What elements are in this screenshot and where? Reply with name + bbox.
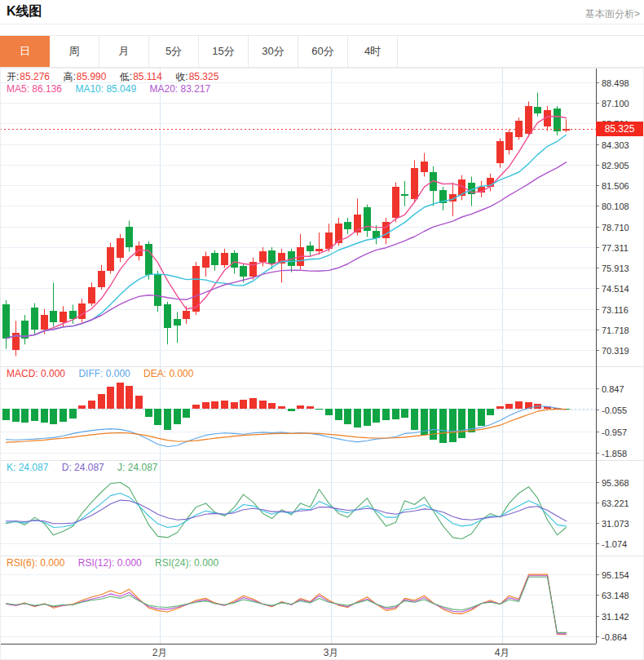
svg-text:73.116: 73.116 xyxy=(602,305,629,315)
svg-text:-1.858: -1.858 xyxy=(602,449,627,458)
open-label: 开: xyxy=(7,71,19,82)
macd-value: MACD: 0.000 xyxy=(7,368,65,379)
period-tab-6[interactable]: 30分 xyxy=(249,36,298,67)
svg-text:-0.957: -0.957 xyxy=(602,427,627,437)
ma20-value: MA20: 83.217 xyxy=(149,83,210,95)
d-value: D: 24.087 xyxy=(62,462,104,473)
period-tab-3[interactable]: 月 xyxy=(99,36,149,67)
ohlc-row: 开:85.276 高:85.990 低:85.114 收:85.325 xyxy=(7,70,229,84)
svg-text:31.142: 31.142 xyxy=(602,612,629,622)
svg-text:77.311: 77.311 xyxy=(602,243,629,253)
svg-text:84.303: 84.303 xyxy=(602,140,629,150)
ma10-value: MA10: 85.049 xyxy=(75,83,136,95)
svg-text:80.108: 80.108 xyxy=(602,202,629,211)
svg-text:3月: 3月 xyxy=(324,647,339,658)
macd-header-row: MACD: 0.000 DIFF: 0.000 DEA: 0.000 xyxy=(7,368,204,379)
svg-text:87.100: 87.100 xyxy=(602,99,629,109)
ma-row: MA5: 86.136 MA10: 85.049 MA20: 83.217 xyxy=(7,83,221,95)
svg-text:88.498: 88.498 xyxy=(602,78,629,88)
svg-text:31.073: 31.073 xyxy=(602,519,629,529)
kline-chart-canvas[interactable]: 88.49887.10085.70184.30382.90581.50680.1… xyxy=(0,68,644,660)
rsi-header-row: RSI(6): 0.000 RSI(12): 0.000 RSI(24): 0.… xyxy=(7,557,229,569)
svg-text:-0.864: -0.864 xyxy=(602,632,627,642)
svg-text:4月: 4月 xyxy=(495,647,510,658)
k-value: K: 24.087 xyxy=(7,462,48,473)
page-title: K线图 xyxy=(7,3,42,20)
period-tabs: 日周月5分15分30分60分4时 xyxy=(0,35,644,68)
svg-text:2月: 2月 xyxy=(152,647,168,658)
high-label: 高: xyxy=(63,71,75,82)
rsi6-value: RSI(6): 0.000 xyxy=(7,557,64,569)
period-tab-7[interactable]: 60分 xyxy=(298,36,348,67)
j-value: J: 24.087 xyxy=(117,462,157,473)
close-value: 85.325 xyxy=(189,71,219,82)
svg-text:75.913: 75.913 xyxy=(602,264,629,273)
svg-text:78.710: 78.710 xyxy=(602,223,629,233)
kline-chart: 88.49887.10085.70184.30382.90581.50680.1… xyxy=(0,68,644,660)
period-tab-2[interactable]: 周 xyxy=(50,36,99,67)
high-value: 85.990 xyxy=(77,71,107,82)
svg-text:70.319: 70.319 xyxy=(602,346,629,356)
svg-text:74.514: 74.514 xyxy=(602,284,629,294)
period-tab-4[interactable]: 5分 xyxy=(149,36,199,67)
svg-text:82.905: 82.905 xyxy=(602,161,629,171)
low-label: 低: xyxy=(120,71,132,82)
open-value: 85.276 xyxy=(20,71,50,82)
last-price-badge: 85.325 xyxy=(596,122,643,136)
page-header: K线图 基本面分析> xyxy=(0,0,644,24)
svg-text:81.506: 81.506 xyxy=(602,181,629,191)
svg-text:71.718: 71.718 xyxy=(602,326,629,335)
svg-text:-1.074: -1.074 xyxy=(602,539,627,549)
period-tab-1[interactable]: 日 xyxy=(0,36,50,67)
rsi12-value: RSI(12): 0.000 xyxy=(78,557,142,569)
fundamental-analysis-link[interactable]: 基本面分析> xyxy=(585,7,640,21)
ma5-value: MA5: 86.136 xyxy=(7,83,62,95)
svg-text:0.847: 0.847 xyxy=(602,384,624,394)
period-tab-8[interactable]: 4时 xyxy=(348,36,398,67)
close-label: 收: xyxy=(175,71,187,82)
rsi24-value: RSI(24): 0.000 xyxy=(155,557,218,569)
low-value: 85.114 xyxy=(133,71,162,82)
svg-text:63.148: 63.148 xyxy=(602,591,629,600)
svg-text:95.154: 95.154 xyxy=(602,570,629,580)
svg-text:95.368: 95.368 xyxy=(602,478,629,488)
kdj-header-row: K: 24.087 D: 24.087 J: 24.087 xyxy=(7,462,168,473)
svg-text:-0.055: -0.055 xyxy=(602,405,627,415)
period-tab-5[interactable]: 15分 xyxy=(199,36,249,67)
svg-text:63.221: 63.221 xyxy=(602,498,629,508)
diff-value: DIFF: 0.000 xyxy=(78,368,130,379)
dea-value: DEA: 0.000 xyxy=(143,368,193,379)
